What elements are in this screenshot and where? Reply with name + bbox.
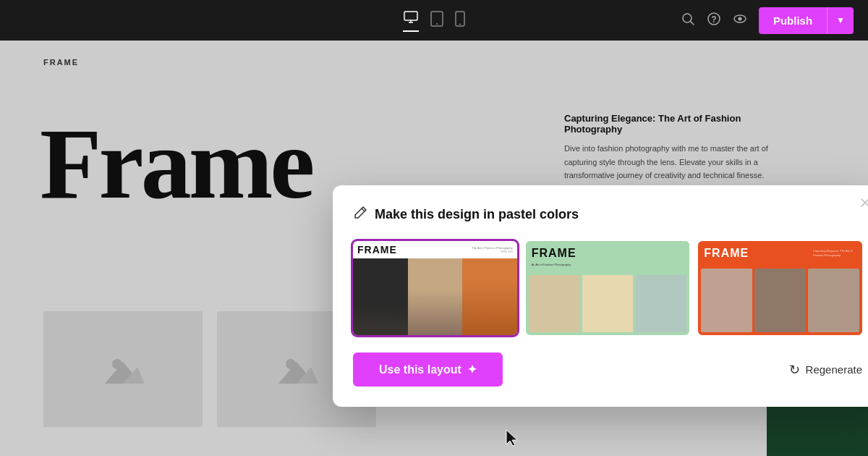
publish-label: Publish: [759, 7, 827, 34]
p2-top: FRAME An Art of Fashion Photography: [526, 241, 690, 272]
layout-previews: FRAME The Art of Fashion Photography ISS…: [353, 241, 862, 335]
svg-line-8: [690, 21, 694, 25]
sparkle-icon: ✦: [467, 363, 477, 376]
svg-text:?: ?: [711, 14, 716, 25]
modal-card: Make this design in pastel colors FRAME …: [333, 185, 868, 407]
svg-point-6: [459, 23, 461, 25]
mobile-device-icon[interactable]: [455, 11, 465, 30]
topbar-right: ? Publish ▼: [681, 7, 854, 34]
p1-img-dark: [353, 258, 408, 335]
p3-images: [698, 266, 862, 335]
use-layout-label: Use this layout: [379, 363, 461, 376]
preview-1-content: FRAME The Art of Fashion Photography ISS…: [353, 241, 517, 335]
preview-3-content: FRAME Capturing Elegance, The Art of Fas…: [698, 241, 862, 335]
desktop-device-icon[interactable]: [403, 9, 419, 32]
topbar: ? Publish ▼: [0, 0, 868, 41]
regenerate-button[interactable]: ↻ Regenerate: [789, 362, 862, 378]
layout-preview-1[interactable]: FRAME The Art of Fashion Photography ISS…: [353, 241, 517, 335]
layout-preview-3[interactable]: FRAME Capturing Elegance, The Art of Fas…: [698, 241, 862, 335]
main-content: FRAME Frame Capturing Elegance: The Art …: [0, 41, 868, 456]
p1-frame-title: FRAME: [357, 244, 397, 256]
p3-top: FRAME Capturing Elegance, The Art of Fas…: [698, 241, 862, 266]
modal-header: Make this design in pastel colors: [353, 206, 862, 224]
svg-point-4: [436, 23, 438, 25]
p2-frame-title: FRAME: [532, 247, 684, 260]
pencil-icon: [353, 206, 367, 224]
cursor: [505, 428, 519, 450]
p1-header: FRAME The Art of Fashion Photography ISS…: [353, 241, 517, 258]
layout-preview-2[interactable]: FRAME An Art of Fashion Photography: [526, 241, 690, 335]
help-icon[interactable]: ?: [707, 12, 721, 30]
publish-caret-icon[interactable]: ▼: [827, 8, 854, 33]
preview-icon[interactable]: [733, 12, 747, 30]
p1-img-orange: [462, 258, 517, 335]
svg-line-19: [362, 208, 365, 211]
search-icon[interactable]: [681, 12, 695, 30]
use-layout-button[interactable]: Use this layout ✦: [353, 352, 503, 387]
device-switcher: [403, 9, 465, 32]
modal-footer: Use this layout ✦ ↻ Regenerate: [353, 352, 862, 387]
svg-rect-0: [404, 12, 417, 20]
preview-2-content: FRAME An Art of Fashion Photography: [526, 241, 690, 335]
tablet-device-icon[interactable]: [430, 11, 443, 30]
p1-images: [353, 258, 517, 335]
p2-images: [526, 272, 690, 335]
publish-button[interactable]: Publish ▼: [759, 7, 854, 34]
svg-point-12: [738, 17, 741, 20]
regenerate-icon: ↻: [789, 362, 800, 378]
modal-close-icon[interactable]: [859, 197, 868, 212]
p1-img-beige: [408, 258, 463, 335]
modal-title: Make this design in pastel colors: [375, 207, 579, 222]
regenerate-label: Regenerate: [806, 363, 862, 376]
